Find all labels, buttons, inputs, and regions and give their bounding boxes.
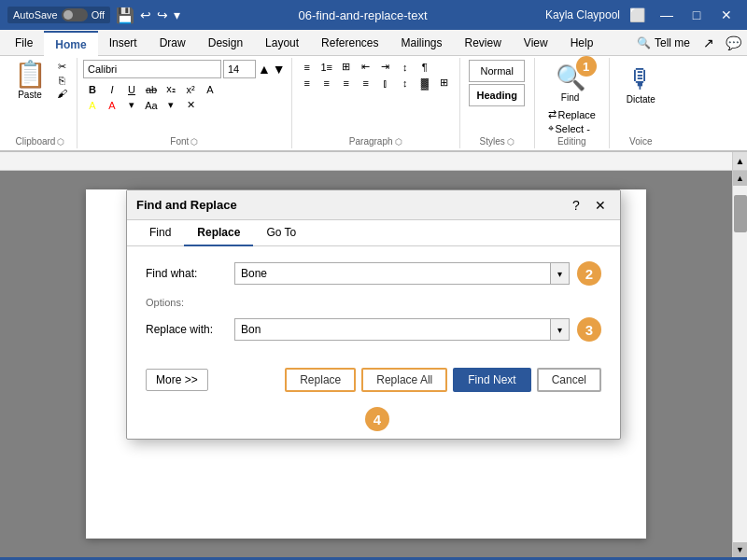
select-btn[interactable]: ⌖ Select - [548, 122, 590, 134]
dialog-close-btn[interactable]: ✕ [590, 195, 611, 216]
find-what-dropdown-btn[interactable]: ▾ [551, 262, 570, 285]
dialog-tab-replace[interactable]: Replace [184, 220, 253, 246]
indent-decrease-btn[interactable]: ⇤ [357, 60, 375, 74]
save-icon[interactable]: 💾 [116, 7, 134, 24]
text-effects-btn[interactable]: A [201, 82, 219, 96]
tab-mailings[interactable]: Mailings [389, 30, 453, 55]
more-btn[interactable]: More >> [146, 369, 208, 391]
numbering-btn[interactable]: 1≡ [317, 60, 336, 74]
find-what-input[interactable] [234, 262, 551, 285]
scroll-down-btn[interactable]: ▼ [733, 542, 748, 557]
dictate-label: Dictate [627, 94, 655, 105]
paste-btn[interactable]: 📋 Paste [9, 60, 50, 102]
font-expand-icon[interactable]: ⬡ [190, 137, 198, 147]
normal-style-btn[interactable]: Normal [469, 60, 525, 82]
tab-references[interactable]: References [310, 30, 389, 55]
indent-increase-btn[interactable]: ⇥ [376, 60, 395, 74]
cancel-btn[interactable]: Cancel [537, 368, 601, 392]
tab-help[interactable]: Help [559, 30, 605, 55]
close-window-btn[interactable]: ✕ [713, 2, 740, 28]
col-btn[interactable]: ⫿ [376, 76, 395, 90]
undo-btn[interactable]: ↩ [140, 7, 151, 22]
clipboard-group: 📋 Paste ✂ ⎘ 🖌 Clipboard ⬡ [4, 58, 78, 148]
show-hide-btn[interactable]: ¶ [416, 60, 434, 74]
maximize-btn[interactable]: □ [684, 2, 710, 28]
comments-btn[interactable]: 💬 [720, 35, 747, 50]
strikethrough-btn[interactable]: ab [142, 82, 161, 96]
tell-me-label[interactable]: Tell me [655, 36, 690, 49]
shading-btn[interactable]: ▓ [416, 76, 434, 90]
justify-btn[interactable]: ≡ [357, 76, 375, 90]
customize-icon[interactable]: ▾ [174, 7, 180, 22]
dialog-tab-find[interactable]: Find [136, 220, 184, 246]
align-left-btn[interactable]: ≡ [298, 76, 317, 90]
sort-btn[interactable]: ↕ [396, 60, 415, 74]
find-next-btn[interactable]: Find Next [453, 368, 530, 392]
superscript-btn[interactable]: x² [181, 82, 200, 96]
share-btn[interactable]: ↗ [698, 35, 720, 50]
autosave-pill[interactable] [62, 8, 88, 21]
copy-btn[interactable]: ⎘ [52, 74, 71, 87]
heading-style-btn[interactable]: Heading [469, 84, 525, 106]
align-center-btn[interactable]: ≡ [317, 76, 336, 90]
scroll-up-btn[interactable]: ▲ [733, 171, 748, 186]
restore-window-btn[interactable]: ⬜ [624, 2, 650, 28]
tab-file[interactable]: File [4, 30, 44, 55]
bold-btn[interactable]: B [83, 82, 102, 96]
ribbon-tabs: File Home Insert Draw Design Layout Refe… [0, 30, 747, 56]
find-btn[interactable]: 🔍 Find 1 [548, 60, 593, 106]
tab-view[interactable]: View [513, 30, 559, 55]
font-size-up-btn[interactable]: ▲ [258, 62, 271, 77]
ruler-scroll-btn[interactable]: ▲ [732, 152, 747, 170]
scroll-thumb[interactable] [734, 195, 747, 232]
align-right-btn[interactable]: ≡ [337, 76, 356, 90]
replace-with-input[interactable] [234, 318, 551, 341]
scroll-track[interactable] [733, 186, 747, 542]
side-scrollbar[interactable]: ▲ ▼ [732, 171, 747, 557]
clipboard-expand-icon[interactable]: ⬡ [57, 137, 64, 147]
clear-format-btn[interactable]: ✕ [181, 98, 200, 112]
border-btn[interactable]: ⊞ [435, 76, 454, 90]
styles-expand-icon[interactable]: ⬡ [507, 137, 514, 147]
autosave-toggle[interactable]: AutoSave Off [7, 7, 110, 23]
cut-btn[interactable]: ✂ [52, 60, 71, 74]
font-name-input[interactable] [83, 60, 221, 78]
tab-draw[interactable]: Draw [148, 30, 197, 55]
replace-btn[interactable]: Replace [285, 368, 356, 392]
line-spacing-btn[interactable]: ↕ [396, 76, 415, 90]
text-color-btn[interactable]: A [103, 98, 121, 112]
font-size-alt-btn[interactable]: Aa [142, 98, 161, 112]
font-size-down-btn[interactable]: ▼ [273, 62, 286, 77]
find-what-row: Find what: ▾ 2 [146, 261, 601, 286]
bullets-btn[interactable]: ≡ [298, 60, 317, 74]
dictate-btn[interactable]: 🎙 Dictate [619, 60, 663, 108]
format-painter-btn[interactable]: 🖌 [52, 87, 71, 100]
minimize-btn[interactable]: — [654, 2, 680, 28]
replace-with-dropdown-btn[interactable]: ▾ [551, 318, 570, 341]
underline-btn[interactable]: U [122, 82, 141, 96]
replace-icon: ⇄ [548, 108, 557, 120]
user-name: Kayla Claypool [545, 8, 620, 21]
replace-with-label: Replace with: [146, 323, 234, 336]
multilevel-btn[interactable]: ⊞ [337, 60, 356, 74]
replace-all-btn[interactable]: Replace All [361, 368, 447, 392]
replace-btn[interactable]: ⇄ Replace [548, 108, 596, 120]
dialog-tab-goto[interactable]: Go To [253, 220, 309, 246]
paragraph-expand-icon[interactable]: ⬡ [395, 137, 402, 147]
tab-insert[interactable]: Insert [98, 30, 148, 55]
options-label: Options: [146, 297, 601, 308]
font-color-dropdown-btn[interactable]: ▾ [122, 98, 141, 112]
text-highlight-btn[interactable]: A [83, 98, 102, 112]
dialog-help-btn[interactable]: ? [566, 195, 586, 216]
title-bar-left: AutoSave Off 💾 ↩ ↪ ▾ [7, 7, 180, 24]
dialog-footer: More >> Replace Replace All Find Next Ca… [127, 368, 620, 407]
tab-review[interactable]: Review [454, 30, 513, 55]
tab-home[interactable]: Home [44, 31, 97, 56]
tab-design[interactable]: Design [197, 30, 254, 55]
subscript-btn[interactable]: x₂ [162, 82, 180, 96]
font-size-input[interactable] [223, 60, 256, 78]
tab-layout[interactable]: Layout [254, 30, 310, 55]
change-case-btn[interactable]: ▾ [162, 98, 180, 112]
italic-btn[interactable]: I [103, 82, 121, 96]
redo-btn[interactable]: ↪ [157, 7, 168, 22]
